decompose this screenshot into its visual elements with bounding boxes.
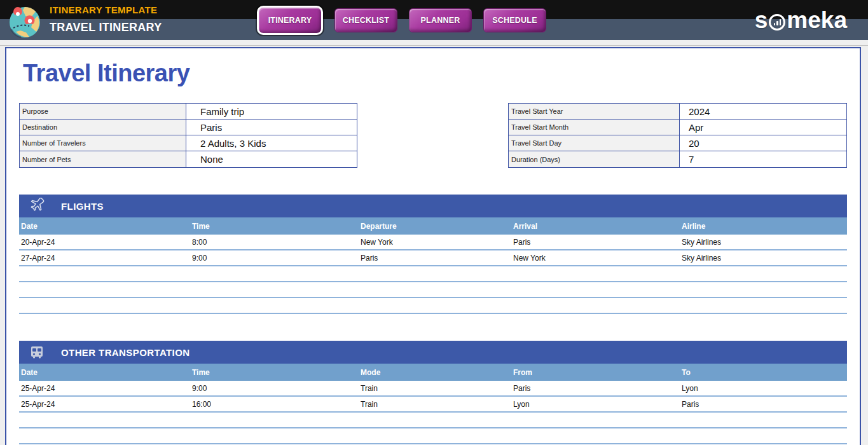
column-header: Departure <box>359 222 511 231</box>
flight-departure[interactable]: Paris <box>359 254 511 263</box>
flight-row[interactable]: 20-Apr-24 8:00 New York Paris Sky Airlin… <box>19 235 847 250</box>
field-label: Travel Start Day <box>509 135 680 151</box>
transport-to[interactable]: Lyon <box>680 384 847 393</box>
field-label: Number of Travelers <box>20 135 186 151</box>
transport-mode[interactable]: Train <box>359 384 511 393</box>
field-value[interactable]: None <box>186 151 357 167</box>
transportation-row-empty[interactable] <box>19 413 847 428</box>
brand-text-suffix: meka <box>787 7 847 34</box>
column-header: Time <box>190 222 359 231</box>
nav-schedule-button[interactable]: SCHEDULE <box>483 8 546 32</box>
field-value[interactable]: Paris <box>186 120 357 135</box>
template-label: ITINERARY TEMPLATE <box>50 4 162 17</box>
transportation-row[interactable]: 25-Apr-24 9:00 Train Paris Lyon <box>19 381 847 397</box>
brand-text-prefix: s <box>755 7 768 34</box>
table-row: Travel Start Day 20 <box>509 135 846 151</box>
app-title: TRAVEL ITINERARY <box>50 18 162 37</box>
field-label: Number of Pets <box>20 151 186 167</box>
transportation-row-empty[interactable] <box>19 428 847 444</box>
flight-departure[interactable]: New York <box>359 238 511 247</box>
field-label: Duration (Days) <box>509 151 680 167</box>
table-row: Travel Start Year 2024 <box>509 104 846 120</box>
content-frame: Travel Itinerary Purpose Family trip Des… <box>5 47 861 445</box>
flight-row-empty[interactable] <box>19 298 847 314</box>
table-row: Destination Paris <box>20 120 357 135</box>
globe-logo-icon <box>8 6 41 39</box>
main-nav: ITINERARY CHECKLIST PLANNER SCHEDULE <box>257 0 546 40</box>
column-header: Airline <box>680 222 847 231</box>
flights-column-headers: Date Time Departure Arrival Airline <box>19 217 847 235</box>
flights-section: FLIGHTS Date Time Departure Arrival Airl… <box>19 195 847 314</box>
transport-from[interactable]: Paris <box>511 384 680 393</box>
flight-arrival[interactable]: Paris <box>511 238 680 247</box>
flight-airline[interactable]: Sky Airlines <box>680 254 847 263</box>
nav-checklist-button[interactable]: CHECKLIST <box>334 8 397 32</box>
field-value[interactable]: 20 <box>680 135 846 151</box>
brand-chart-icon <box>769 14 785 31</box>
flight-row-empty[interactable] <box>19 266 847 282</box>
flight-arrival[interactable]: New York <box>511 254 680 263</box>
field-value[interactable]: Family trip <box>186 104 357 119</box>
page-title: Travel Itinerary <box>23 58 847 88</box>
transportation-section-header: OTHER TRANSPORTATION <box>19 341 847 364</box>
travel-dates-table: Travel Start Year 2024 Travel Start Mont… <box>508 103 847 168</box>
table-row: Duration (Days) 7 <box>509 151 846 167</box>
nav-planner-button[interactable]: PLANNER <box>409 8 472 32</box>
transport-mode[interactable]: Train <box>359 400 511 409</box>
plane-icon <box>25 197 48 215</box>
someka-logo: smeka <box>755 7 847 34</box>
header-titles: ITINERARY TEMPLATE TRAVEL ITINERARY <box>50 4 162 37</box>
table-row: Purpose Family trip <box>20 104 357 120</box>
column-header: Mode <box>359 368 511 377</box>
column-header: Arrival <box>511 222 680 231</box>
trip-info-table: Purpose Family trip Destination Paris Nu… <box>19 103 357 168</box>
transport-from[interactable]: Lyon <box>511 400 680 409</box>
transport-date[interactable]: 25-Apr-24 <box>19 384 190 393</box>
transport-to[interactable]: Paris <box>680 400 847 409</box>
field-value[interactable]: 2 Adults, 3 Kids <box>186 135 357 151</box>
flights-section-title: FLIGHTS <box>61 201 104 212</box>
table-row: Travel Start Month Apr <box>509 120 846 135</box>
table-row: Number of Travelers 2 Adults, 3 Kids <box>20 135 357 151</box>
flights-section-header: FLIGHTS <box>19 195 847 217</box>
subheader-strip <box>0 40 868 46</box>
field-value[interactable]: 7 <box>680 151 846 167</box>
table-row: Number of Pets None <box>20 151 357 167</box>
field-label: Travel Start Month <box>509 120 680 135</box>
transport-date[interactable]: 25-Apr-24 <box>19 400 190 409</box>
flight-time[interactable]: 9:00 <box>190 254 359 263</box>
field-value[interactable]: Apr <box>680 120 846 135</box>
info-tables: Purpose Family trip Destination Paris Nu… <box>19 103 847 168</box>
column-header: From <box>511 368 680 377</box>
flight-time[interactable]: 8:00 <box>190 238 359 247</box>
transportation-section: OTHER TRANSPORTATION Date Time Mode From… <box>19 341 847 445</box>
flight-date[interactable]: 27-Apr-24 <box>19 254 190 263</box>
field-label: Purpose <box>20 104 186 119</box>
column-header: To <box>680 368 847 377</box>
transportation-column-headers: Date Time Mode From To <box>19 364 847 381</box>
bus-icon <box>25 343 48 361</box>
transportation-section-title: OTHER TRANSPORTATION <box>61 347 189 358</box>
column-header: Date <box>19 222 190 231</box>
field-value[interactable]: 2024 <box>680 104 846 119</box>
transport-time[interactable]: 9:00 <box>190 384 359 393</box>
app-header: ITINERARY TEMPLATE TRAVEL ITINERARY ITIN… <box>0 0 868 40</box>
flight-row-empty[interactable] <box>19 282 847 298</box>
flight-date[interactable]: 20-Apr-24 <box>19 238 190 247</box>
field-label: Travel Start Year <box>509 104 680 119</box>
flight-row[interactable]: 27-Apr-24 9:00 Paris New York Sky Airlin… <box>19 250 847 266</box>
transportation-row[interactable]: 25-Apr-24 16:00 Train Lyon Paris <box>19 397 847 413</box>
column-header: Date <box>19 368 190 377</box>
column-header: Time <box>190 368 359 377</box>
nav-itinerary-button[interactable]: ITINERARY <box>257 6 323 35</box>
field-label: Destination <box>20 120 186 135</box>
flight-airline[interactable]: Sky Airlines <box>680 238 847 247</box>
transport-time[interactable]: 16:00 <box>190 400 359 409</box>
